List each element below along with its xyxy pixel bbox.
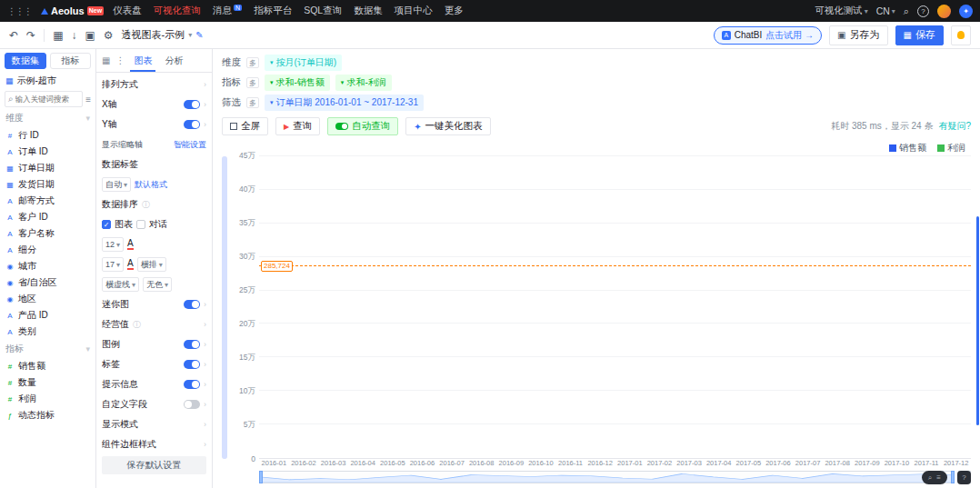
zoom-handle-left[interactable]	[259, 471, 263, 483]
tips-button[interactable]	[951, 25, 971, 45]
toggle-图例[interactable]	[184, 340, 200, 349]
redo-icon[interactable]: ↷	[26, 29, 35, 42]
chevron-right-icon[interactable]: ›	[204, 80, 206, 89]
save-as-button[interactable]: ▣ 另存为	[829, 25, 887, 45]
toggle-Y轴[interactable]	[184, 120, 200, 129]
undo-icon[interactable]: ↶	[9, 29, 18, 42]
x-axis-zoom-slider[interactable]	[259, 471, 955, 483]
chatbi-button[interactable]: A ChatBI 点击试用 →	[714, 26, 822, 45]
nav-item-更多[interactable]: 更多	[445, 5, 464, 17]
reference-line[interactable]: 285,724	[259, 265, 971, 266]
field-item[interactable]: A邮寄方式	[0, 193, 95, 209]
nav-item-指标平台[interactable]: 指标平台	[254, 5, 292, 17]
chevron-right-icon[interactable]: ›	[204, 120, 206, 129]
chart-type-icon[interactable]: ▦	[53, 29, 63, 42]
filter-icon[interactable]: ≡	[85, 95, 91, 105]
nav-item-可视化查询[interactable]: 可视化查询	[154, 5, 202, 17]
fields-tab-指标[interactable]: 指标	[50, 53, 92, 69]
toggle-自定义字段[interactable]	[184, 400, 200, 409]
fields-tab-数据集[interactable]: 数据集	[5, 53, 46, 69]
config-select[interactable]: 12▾	[102, 237, 124, 252]
export-image-icon[interactable]: ▣	[85, 29, 95, 42]
field-item[interactable]: A类别	[0, 324, 95, 340]
query-tag[interactable]: ▾按月(订单日期)	[265, 55, 342, 71]
config-select[interactable]: 无色▾	[143, 277, 172, 292]
chevron-right-icon[interactable]: ›	[204, 440, 206, 449]
kebab-menu-icon[interactable]: ⋮	[115, 55, 125, 65]
config-link[interactable]: 默认格式	[135, 179, 167, 191]
floating-help-button[interactable]: ?	[957, 471, 971, 484]
info-icon[interactable]: ⓘ	[142, 199, 150, 211]
chevron-right-icon[interactable]: ›	[204, 400, 206, 409]
tab-chart[interactable]: 图表	[130, 49, 155, 72]
settings-gear-icon[interactable]: ⚙	[104, 29, 114, 42]
field-item[interactable]: A细分	[0, 242, 95, 258]
info-icon[interactable]: ⓘ	[133, 319, 141, 331]
chevron-right-icon[interactable]: ›	[204, 420, 206, 429]
download-icon[interactable]: ↓	[71, 29, 76, 42]
field-item[interactable]: ◉地区	[0, 291, 95, 307]
toggle-X轴[interactable]	[184, 100, 200, 109]
legend-item-利润[interactable]: 利润	[937, 142, 965, 154]
toggle-提示信息[interactable]	[184, 380, 200, 389]
zoom-handle-right[interactable]	[951, 471, 955, 483]
field-item[interactable]: A订单 ID	[0, 144, 95, 160]
chevron-right-icon[interactable]: ›	[204, 340, 206, 349]
nav-item-数据集[interactable]: 数据集	[354, 5, 383, 17]
save-button[interactable]: ▦ 保存	[895, 25, 944, 45]
nav-item-项目中心[interactable]: 项目中心	[395, 5, 433, 17]
chevron-right-icon[interactable]: ›	[204, 300, 206, 309]
font-color-picker[interactable]: A	[127, 259, 134, 270]
assistant-icon[interactable]: ✦	[959, 5, 973, 18]
app-grid-icon[interactable]: ⋮⋮⋮	[7, 6, 32, 16]
measure-section-header[interactable]: 指标 ▾	[0, 340, 95, 358]
avatar[interactable]	[937, 5, 951, 18]
checkbox-图表[interactable]: ✓	[102, 220, 111, 229]
field-item[interactable]: #销售额	[0, 358, 95, 374]
floating-widget[interactable]: ⌕ ≡	[922, 471, 947, 484]
dataset-selector[interactable]: ▦ 示例-超市	[0, 73, 95, 89]
y-axis-zoom-slider[interactable]	[222, 156, 227, 459]
field-item[interactable]: #利润	[0, 391, 95, 407]
caret-down-icon[interactable]: ▾	[188, 31, 192, 39]
config-select[interactable]: 横虚线▾	[102, 277, 139, 292]
save-defaults-button[interactable]: 保存默认设置	[102, 456, 206, 474]
workspace-select[interactable]: 可视化测试 ▾	[815, 5, 868, 17]
dimension-section-header[interactable]: 维度 ▾	[0, 109, 95, 127]
field-item[interactable]: ƒ动态指标	[0, 407, 95, 423]
right-scrollbar-thumb[interactable]	[976, 216, 979, 425]
toggle-标签[interactable]	[184, 360, 200, 369]
query-tag[interactable]: ▾求和-利润	[335, 75, 392, 91]
tab-analysis[interactable]: 分析	[161, 49, 186, 72]
layout-grid-icon[interactable]: ▦	[102, 55, 110, 65]
field-item[interactable]: #数量	[0, 374, 95, 391]
field-search-input[interactable]	[15, 95, 80, 104]
legend-item-销售额[interactable]: 销售额	[889, 142, 926, 154]
field-item[interactable]: ◉省/自治区	[0, 274, 95, 291]
edit-title-icon[interactable]: ✎	[195, 30, 203, 40]
config-select[interactable]: 自动▾	[102, 177, 131, 192]
fullscreen-button[interactable]: 全屏	[222, 117, 268, 135]
search-icon[interactable]: ⌕	[904, 5, 909, 17]
auto-query-toggle[interactable]: 自动查询	[327, 117, 398, 135]
query-tag[interactable]: ▾订单日期 2016-01-01 ~ 2017-12-31	[265, 95, 424, 111]
nav-item-仪表盘[interactable]: 仪表盘	[113, 5, 142, 17]
config-link[interactable]: 智能设置	[174, 139, 206, 151]
query-tag[interactable]: ▾求和-销售额	[265, 75, 330, 91]
field-item[interactable]: #行 ID	[0, 127, 95, 144]
field-item[interactable]: ▦订单日期	[0, 160, 95, 176]
help-icon[interactable]: ?	[917, 5, 929, 17]
toggle-迷你图[interactable]	[184, 300, 200, 309]
checkbox-对话[interactable]	[136, 220, 145, 229]
config-select[interactable]: 17▾	[102, 257, 124, 272]
chevron-right-icon[interactable]: ›	[204, 100, 206, 109]
field-item[interactable]: ▦发货日期	[0, 176, 95, 193]
field-item[interactable]: A产品 ID	[0, 307, 95, 324]
y-axis-zoom-thumb[interactable]	[222, 156, 227, 459]
font-color-picker[interactable]: A	[127, 239, 134, 250]
chevron-right-icon[interactable]: ›	[204, 320, 206, 329]
config-select[interactable]: 横排▾	[137, 257, 166, 272]
field-item[interactable]: A客户 ID	[0, 209, 95, 225]
field-item[interactable]: A客户名称	[0, 225, 95, 242]
language-select[interactable]: CN ▾	[876, 5, 895, 16]
